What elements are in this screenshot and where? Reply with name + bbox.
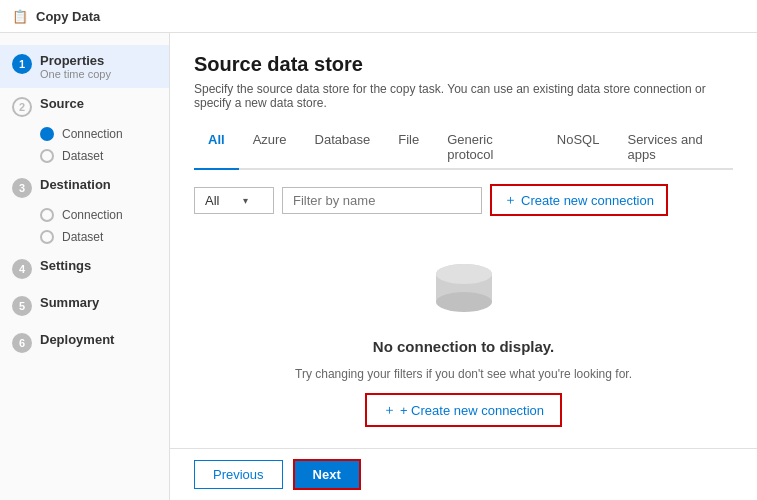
empty-title: No connection to display. xyxy=(373,338,554,355)
step-circle-5: 5 xyxy=(12,296,32,316)
filter-dropdown[interactable]: All ▾ xyxy=(194,187,274,214)
source-connection-dot xyxy=(40,127,54,141)
step-circle-1: 1 xyxy=(12,54,32,74)
step-label-destination: Destination xyxy=(40,177,111,192)
tab-file[interactable]: File xyxy=(384,126,433,170)
destination-sub-items: Connection Dataset xyxy=(0,206,169,246)
step-label-settings: Settings xyxy=(40,258,91,273)
destination-dataset-dot xyxy=(40,230,54,244)
sidebar: 1 Properties One time copy 2 Source Conn… xyxy=(0,33,170,500)
create-new-connection-button[interactable]: ＋ Create new connection xyxy=(490,184,668,216)
page-description: Specify the source data store for the co… xyxy=(194,82,733,110)
source-connection-item[interactable]: Connection xyxy=(40,125,169,143)
dropdown-value: All xyxy=(205,193,219,208)
search-input[interactable] xyxy=(282,187,482,214)
step-circle-6: 6 xyxy=(12,333,32,353)
step-circle-3: 3 xyxy=(12,178,32,198)
source-sub-items: Connection Dataset xyxy=(0,125,169,165)
sidebar-item-deployment[interactable]: 6 Deployment xyxy=(0,324,169,361)
footer: Previous Next xyxy=(170,448,757,500)
content-area: Source data store Specify the source dat… xyxy=(170,33,757,500)
destination-connection-item[interactable]: Connection xyxy=(40,206,169,224)
step-circle-4: 4 xyxy=(12,259,32,279)
sidebar-item-destination[interactable]: 3 Destination xyxy=(0,169,169,206)
page-title: Source data store xyxy=(194,53,733,76)
step-label-deployment: Deployment xyxy=(40,332,114,347)
previous-button[interactable]: Previous xyxy=(194,460,283,489)
tab-all[interactable]: All xyxy=(194,126,239,170)
source-dataset-item[interactable]: Dataset xyxy=(40,147,169,165)
svg-point-2 xyxy=(436,292,492,312)
destination-connection-label: Connection xyxy=(62,208,123,222)
chevron-down-icon: ▾ xyxy=(243,195,248,206)
plus-icon: ＋ xyxy=(504,191,517,209)
svg-point-3 xyxy=(436,264,492,284)
title-bar: 📋 Copy Data xyxy=(0,0,757,33)
destination-dataset-item[interactable]: Dataset xyxy=(40,228,169,246)
source-dataset-label: Dataset xyxy=(62,149,103,163)
destination-connection-dot xyxy=(40,208,54,222)
step-label-properties: Properties One time copy xyxy=(40,53,111,80)
sidebar-item-source[interactable]: 2 Source xyxy=(0,88,169,125)
tab-database[interactable]: Database xyxy=(301,126,385,170)
create-new-connection-center-button[interactable]: ＋ + Create new connection xyxy=(365,393,562,427)
step-label-source: Source xyxy=(40,96,84,111)
content-inner: Source data store Specify the source dat… xyxy=(170,33,757,448)
empty-state: No connection to display. Try changing y… xyxy=(194,236,733,443)
empty-description: Try changing your filters if you don't s… xyxy=(295,367,632,381)
create-btn-label: Create new connection xyxy=(521,193,654,208)
database-icon xyxy=(424,256,504,326)
step-label-summary: Summary xyxy=(40,295,99,310)
filter-row: All ▾ ＋ Create new connection xyxy=(194,184,733,216)
sidebar-item-settings[interactable]: 4 Settings xyxy=(0,250,169,287)
tab-bar: All Azure Database File Generic protocol… xyxy=(194,126,733,170)
title-bar-text: Copy Data xyxy=(36,9,100,24)
create-btn-center-label: + Create new connection xyxy=(400,403,544,418)
tab-azure[interactable]: Azure xyxy=(239,126,301,170)
tab-generic[interactable]: Generic protocol xyxy=(433,126,543,170)
main-layout: 1 Properties One time copy 2 Source Conn… xyxy=(0,33,757,500)
sidebar-item-summary[interactable]: 5 Summary xyxy=(0,287,169,324)
tab-services[interactable]: Services and apps xyxy=(613,126,733,170)
copy-data-icon: 📋 xyxy=(12,8,28,24)
sidebar-item-properties[interactable]: 1 Properties One time copy xyxy=(0,45,169,88)
plus-icon-center: ＋ xyxy=(383,401,396,419)
tab-nosql[interactable]: NoSQL xyxy=(543,126,614,170)
next-button[interactable]: Next xyxy=(293,459,361,490)
source-connection-label: Connection xyxy=(62,127,123,141)
step-circle-2: 2 xyxy=(12,97,32,117)
source-dataset-dot xyxy=(40,149,54,163)
destination-dataset-label: Dataset xyxy=(62,230,103,244)
